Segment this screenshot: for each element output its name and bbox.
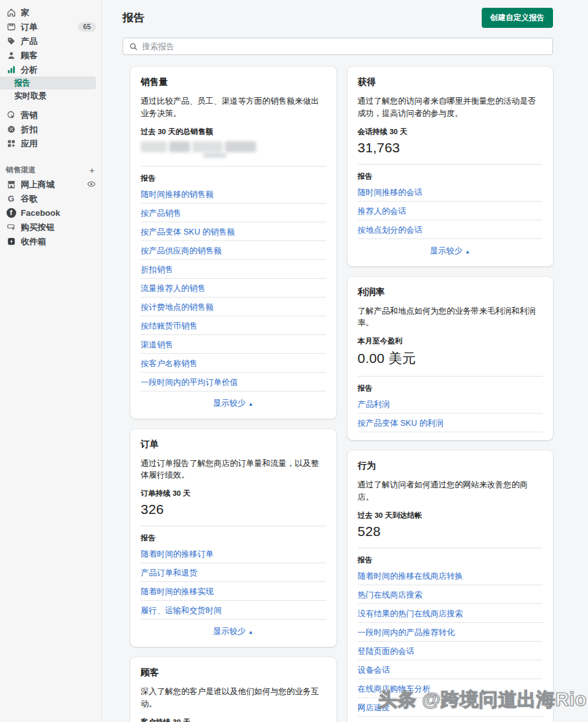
report-link-row: 随时间推移的销售额 <box>141 185 326 204</box>
report-link[interactable]: 流量推荐人的销售 <box>141 284 206 293</box>
sidebar-item-label: 网上商城 <box>21 180 82 189</box>
report-link[interactable]: 按产品供应商的销售额 <box>141 246 222 255</box>
report-link[interactable]: 一段时间内的产品推荐转化 <box>358 628 455 637</box>
metric-label: 过去 30 天到达结帐 <box>358 511 543 520</box>
divider <box>141 166 326 167</box>
report-link-row: 按产品变体 SKU 的销售额 <box>141 222 326 241</box>
sales-channels-label: 销售渠道 <box>6 165 36 175</box>
report-link[interactable]: 随时间推移的销售额 <box>141 190 214 199</box>
report-link[interactable]: 推荐人的会话 <box>358 207 406 216</box>
card-acquisition: 获得 通过了解您的访问者来自哪里并衡量您的活动是否成功，提高访问者的参与度。 会… <box>347 67 554 266</box>
sidebar-item-products[interactable]: 产品 <box>0 34 101 48</box>
report-link[interactable]: 按产品销售 <box>141 209 182 218</box>
report-links: 随时间推移的销售额按产品销售按产品变体 SKU 的销售额按产品供应商的销售额折扣… <box>141 185 326 391</box>
search-input[interactable] <box>142 42 547 51</box>
report-links: 随着时间的推移订单产品订单和退货随着时间的推移实现履行、运输和交货时间 <box>141 544 326 620</box>
watermark: 头条 @跨境问道出海Rio <box>378 687 587 713</box>
show-less-link[interactable]: 显示较少▲ <box>141 620 326 639</box>
divider <box>358 164 543 165</box>
card-title: 销售量 <box>141 76 326 88</box>
card-title: 获得 <box>358 76 543 88</box>
sidebar-item-label: Facebook <box>21 208 96 218</box>
sidebar-item-facebook[interactable]: f Facebook <box>0 205 101 220</box>
report-link[interactable]: 产品利润 <box>358 400 390 409</box>
report-link-row: 按产品变体 SKU 的利润 <box>358 413 543 432</box>
eye-icon[interactable] <box>87 180 96 189</box>
report-link[interactable]: 随着时间的推移订单 <box>141 550 214 559</box>
report-link[interactable]: 按产品变体 SKU 的利润 <box>358 419 444 428</box>
sidebar-item-home[interactable]: 家 <box>0 5 101 19</box>
sidebar-item-buy-button[interactable]: 购买按钮 <box>0 220 101 234</box>
report-link[interactable]: 折扣销售 <box>141 265 173 274</box>
report-link[interactable]: 按地点划分的会话 <box>358 226 423 235</box>
report-link-row: 按计费地点的销售额 <box>141 297 326 316</box>
sidebar-subitem-reports[interactable]: 报告 <box>0 76 96 89</box>
sidebar-item-customers[interactable]: 顾客 <box>0 48 101 62</box>
google-icon: G <box>6 193 16 204</box>
report-link[interactable]: 产品订单和退货 <box>141 568 198 577</box>
report-link-row: 推荐人的会话 <box>358 202 543 220</box>
sidebar-item-orders[interactable]: 订单 65 <box>0 19 101 34</box>
report-link-row: 设备会话 <box>358 660 543 679</box>
sidebar-item-google[interactable]: G 谷歌 <box>0 191 101 205</box>
reports-subheading: 报告 <box>358 555 543 565</box>
report-link-row: 产品订单和退货 <box>141 563 326 582</box>
show-less-link[interactable]: 显示较少▲ <box>358 717 543 722</box>
metric-value: 31,763 <box>358 140 543 156</box>
report-link[interactable]: 登陆页面的会话 <box>358 647 415 656</box>
report-link-row: 渠道销售 <box>141 335 326 354</box>
report-link[interactable]: 渠道销售 <box>141 340 173 349</box>
store-icon <box>6 179 16 189</box>
sidebar-item-label: 分析 <box>21 65 96 75</box>
report-link[interactable]: 按结账货币销售 <box>141 321 198 331</box>
show-less-link[interactable]: 显示较少▲ <box>358 239 543 259</box>
redacted-metric-value <box>141 140 256 157</box>
search-bar[interactable] <box>123 38 553 55</box>
report-link[interactable]: 按客户名称销售 <box>141 359 198 368</box>
report-cards: 销售量 通过比较产品、员工、渠道等方面的销售额来做出业务决策。 过去 30 天的… <box>102 55 588 722</box>
report-link[interactable]: 随着时间的推移在线商店转换 <box>358 572 464 581</box>
card-title: 订单 <box>141 439 326 450</box>
sidebar-item-label: 折扣 <box>21 124 96 134</box>
report-link[interactable]: 随着时间的推移实现 <box>141 587 214 596</box>
sidebar-item-inbox[interactable]: 收件箱 <box>0 234 101 248</box>
report-link[interactable]: 按产品变体 SKU 的销售额 <box>141 227 235 237</box>
sidebar-item-marketing[interactable]: 营销 <box>0 108 101 122</box>
buy-button-icon <box>6 222 16 232</box>
metric-label: 过去 30 天的总销售额 <box>141 127 326 137</box>
card-description: 通过了解您的访问者来自哪里并衡量您的活动是否成功，提高访问者的参与度。 <box>358 95 543 120</box>
add-channel-icon[interactable]: + <box>89 167 95 174</box>
left-column: 销售量 通过比较产品、员工、渠道等方面的销售额来做出业务决策。 过去 30 天的… <box>130 67 336 722</box>
report-link[interactable]: 按计费地点的销售额 <box>141 303 214 312</box>
report-link-row: 产品利润 <box>358 395 543 413</box>
card-title: 顾客 <box>141 667 326 679</box>
report-link-row: 随着时间的推移实现 <box>141 582 326 601</box>
card-description: 深入了解您的客户是谁以及他们如何与您的业务互动。 <box>141 686 326 710</box>
sidebar-item-label: 谷歌 <box>21 194 96 204</box>
sidebar-item-apps[interactable]: 应用 <box>0 136 101 150</box>
report-link-row: 没有结果的热门在线商店搜索 <box>358 604 543 623</box>
search-icon <box>129 42 138 51</box>
report-links: 随时间推移的会话推荐人的会话按地点划分的会话 <box>358 183 543 239</box>
report-link[interactable]: 没有结果的热门在线商店搜索 <box>358 609 464 618</box>
report-link[interactable]: 设备会话 <box>358 666 390 675</box>
show-less-link[interactable]: 显示较少▲ <box>141 391 326 411</box>
card-description: 通过订单报告了解您商店的订单量和流量，以及整体履行绩效。 <box>141 458 326 482</box>
metric-value: 326 <box>141 502 326 517</box>
report-link-row: 按产品供应商的销售额 <box>141 241 326 260</box>
sidebar-item-online-store[interactable]: 网上商城 <box>0 177 101 191</box>
report-link[interactable]: 履行、运输和交货时间 <box>141 606 222 615</box>
report-link[interactable]: 热门在线商店搜索 <box>358 590 423 600</box>
report-link[interactable]: 随时间推移的会话 <box>358 188 423 197</box>
right-column: 获得 通过了解您的访问者来自哪里并衡量您的活动是否成功，提高访问者的参与度。 会… <box>347 67 554 722</box>
report-link[interactable]: 一段时间内的平均订单价值 <box>141 378 238 387</box>
sidebar-item-label: 家 <box>21 8 96 17</box>
sidebar-subitem-live-view[interactable]: 实时取景 <box>0 89 96 102</box>
sidebar-item-analytics[interactable]: 分析 <box>0 62 101 76</box>
create-custom-report-button[interactable]: 创建自定义报告 <box>482 8 553 28</box>
report-link-row: 折扣销售 <box>141 260 326 279</box>
customers-icon <box>6 50 16 60</box>
apps-icon <box>6 138 16 148</box>
sidebar-item-discounts[interactable]: 折扣 <box>0 122 101 136</box>
divider <box>358 548 543 548</box>
